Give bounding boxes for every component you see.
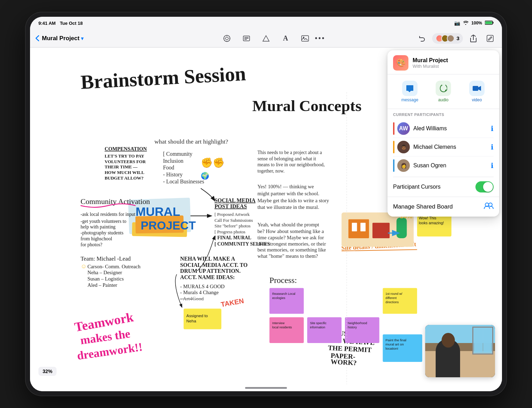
- concept-text13: best memories, or something like: [257, 247, 326, 253]
- list-item-1: [ Community: [163, 151, 192, 157]
- participant-panel: 🎨 Mural Project With Muralist message: [387, 50, 499, 217]
- participant-row-michael[interactable]: 👨🏾 Michael Clemens ℹ: [393, 138, 494, 156]
- participants-section: CURRENT PARTICIPANTS AW Aled Williams ℹ: [387, 109, 499, 177]
- concept-text4: together, now.: [257, 168, 285, 174]
- participant-row-susan[interactable]: 👩 Susan Ogren ℹ: [393, 156, 494, 175]
- list-item-4: - History: [163, 172, 183, 178]
- main-content: Brainstorm Session Mural Concepts what s…: [30, 48, 502, 384]
- susan-avatar: 👩: [397, 159, 410, 172]
- message-label: message: [401, 97, 419, 102]
- undo-button[interactable]: [415, 32, 428, 45]
- concept-text7: Maybe get the kids to write a story: [257, 198, 329, 203]
- michael-name: Michael Clemens: [413, 144, 491, 150]
- svg-rect-16: [487, 35, 493, 42]
- participants-button[interactable]: 3: [432, 33, 463, 44]
- message-button[interactable]: message: [393, 78, 427, 105]
- toolbar-left: Mural Project ▾: [36, 35, 105, 42]
- post-idea-2: Call For Submissions: [214, 218, 253, 223]
- window2: [361, 223, 366, 232]
- building2: [372, 223, 390, 238]
- list-item-2: Inclusion: [163, 158, 184, 164]
- act-line2: -get youth volunteers to: [81, 219, 126, 224]
- concept-text3: means to live in our neighborhood,: [257, 162, 325, 167]
- michael-avatar: 👨🏾: [397, 141, 410, 153]
- image-tool[interactable]: [299, 32, 311, 45]
- blue-sticky-text2: mural art on: [385, 342, 404, 346]
- aled-info-icon[interactable]: ℹ: [491, 124, 494, 133]
- manage-shared-board-row[interactable]: Manage Shared Board: [387, 197, 499, 217]
- list-item-5: - Local Businesses: [163, 178, 204, 184]
- concept-text8: that we illustrate in the mural.: [257, 204, 319, 210]
- panel-header: 🎨 Mural Project With Muralist: [387, 50, 499, 74]
- battery-icon: [485, 21, 494, 26]
- video-person: [425, 325, 495, 377]
- edit-button[interactable]: [484, 32, 496, 45]
- post-idea-3: Site "before" photos: [214, 224, 250, 228]
- mural-logo-text1: MURAL: [135, 205, 180, 219]
- ipad-frame: 9:41 AM Tue Oct 18 📷 100%: [25, 12, 507, 396]
- project-title[interactable]: Mural Project ▾: [42, 35, 83, 42]
- act-line3: help with painting: [81, 224, 116, 230]
- mural-concepts-title: Mural Concepts: [252, 97, 362, 115]
- toolbar: Mural Project ▾ A: [30, 29, 502, 48]
- sticky-text-neighborhood: Neighborhood: [348, 321, 367, 325]
- comp-line1: LET'S TRY TO PAY: [105, 154, 145, 159]
- app-icon: 🎨: [393, 55, 408, 71]
- home-bar: [245, 387, 287, 389]
- svg-rect-17: [473, 86, 478, 91]
- audio-label: audio: [438, 97, 448, 102]
- brainstorm-title: Brainstorm Session: [80, 63, 246, 93]
- panel-subtitle: With Muralist: [413, 64, 494, 69]
- toolbar-right: 3: [415, 32, 496, 45]
- acct-idea1: - MURALS 4 GOOD: [180, 284, 225, 289]
- zoom-level: 32%: [43, 369, 52, 374]
- smiley-emoji: ☺: [81, 263, 87, 270]
- shape-tool[interactable]: [260, 32, 272, 45]
- comp-line4: HOW MUCH WILL: [105, 170, 145, 175]
- wifi-icon: [463, 21, 468, 26]
- sticky-text-1st: 1st round w/: [385, 292, 402, 296]
- cursors-toggle[interactable]: [475, 181, 494, 192]
- window1: [352, 223, 357, 232]
- home-indicator: [30, 384, 502, 391]
- battery-indicator: 100%: [471, 21, 482, 26]
- taken-stamp: TAKEN: [220, 297, 244, 308]
- font-tool[interactable]: A: [279, 32, 292, 45]
- participant-row-aled[interactable]: AW Aled Williams ℹ: [393, 119, 494, 138]
- audio-button[interactable]: audio: [427, 78, 460, 105]
- acct-idea3-strike: - Art4Good: [180, 296, 204, 301]
- susan-info-icon[interactable]: ℹ: [491, 161, 494, 170]
- svg-point-4: [226, 37, 228, 40]
- acct-idea2: - Murals 4 Change: [180, 290, 219, 295]
- sticky-text-research: Reasearch Local: [272, 292, 295, 296]
- back-button[interactable]: [36, 35, 39, 41]
- more-button[interactable]: •••: [315, 34, 325, 42]
- svg-rect-1: [493, 22, 494, 23]
- sticky-text-1st3: directions: [385, 300, 399, 304]
- act-line4: -photography students: [81, 230, 124, 235]
- cursors-label: Participant Cursors: [393, 184, 475, 190]
- social-media-header2: POST IDEAS: [214, 203, 247, 209]
- aled-avatar: AW: [397, 122, 410, 135]
- fist-emoji: ✊✊: [201, 157, 225, 168]
- status-bar-left: 9:41 AM Tue Oct 18: [38, 21, 83, 26]
- window-frame: [472, 327, 493, 355]
- video-thumbnail: [425, 325, 495, 377]
- michael-info-icon[interactable]: ℹ: [491, 143, 494, 151]
- comp-line5: BUDGET ALLOW?: [105, 176, 144, 181]
- assigned-neha: Neha: [186, 319, 197, 323]
- panel-header-text: Mural Project With Muralist: [413, 57, 494, 69]
- text-tool[interactable]: [240, 32, 253, 45]
- video-button[interactable]: video: [460, 78, 494, 105]
- ipad-screen: 9:41 AM Tue Oct 18 📷 100%: [30, 17, 502, 391]
- pencil-tool[interactable]: [221, 32, 233, 45]
- post-idea-4: [ Progress photos: [214, 230, 245, 234]
- share-button[interactable]: [467, 32, 480, 45]
- message-icon: [402, 81, 418, 96]
- video-label: video: [472, 97, 482, 102]
- susan-text5: WORK?: [331, 358, 357, 367]
- manage-label: Manage Shared Board: [393, 203, 484, 210]
- act-line6: for photos?: [81, 242, 102, 247]
- concept-text1: This needs to be a project about a: [257, 150, 322, 155]
- sticky-text-site2: information: [310, 326, 325, 329]
